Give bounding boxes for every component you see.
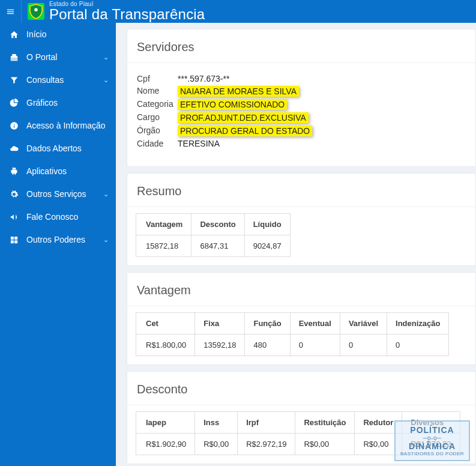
table-row: 15872,186847,319024,87 [136,235,291,257]
detail-label: Cargo [137,112,178,123]
table-cell: R$1.800,00 [136,334,195,356]
hamburger-icon [6,7,15,16]
detail-row-cargo: CargoPROF.ADJUNT.DED.EXCLUSIVA [137,111,466,124]
brand-title: Portal da Transparência [49,7,205,22]
detail-label: Categoria [137,99,178,110]
sidebar-item-label: Acesso à Informação [26,121,106,130]
sidebar-item-aplicativos[interactable]: Aplicativos [0,160,116,183]
column-header: Cet [136,313,195,334]
detail-row-nome: NomeNAIARA DE MORAES E SILVA [137,85,466,98]
detail-label: Cpf [137,74,178,83]
detail-row-categoria: CategoriaEFETIVO COMISSIONADO [137,98,466,111]
table-cell: 15872,18 [136,235,191,257]
table-vantagem: CetFixaFunçãoEventualVariávelIndenização… [136,312,449,356]
sidebar-item-label: O Portal [26,52,57,62]
panel-resumo: Resumo VantagemDescontoLíquido15872,1868… [127,173,476,266]
column-header: Variável [340,313,387,334]
panel-servidores: Servidores Cpf***.597.673-**NomeNAIARA D… [127,29,476,167]
column-header: Líquido [244,214,290,235]
table-cell: 0 [290,334,340,356]
column-header: Vantagem [136,214,191,235]
table-cell: R$2.972,19 [238,434,295,455]
sidebar-item-label: Outros Serviços [26,189,86,199]
sidebar-item-gr-ficos[interactable]: Gráficos [0,91,116,114]
sidebar-item-outros-servi-os[interactable]: Outros Serviços⌄ [0,183,116,205]
chevron-down-icon: ⌄ [103,236,109,244]
sidebar-item-o-portal[interactable]: O Portal⌄ [0,46,116,68]
chart-icon [8,98,19,107]
column-header: Irpf [238,412,295,434]
sidebar-item-fale-conosco[interactable]: Fale Conosco [0,205,116,228]
sidebar-item-label: Outros Poderes [26,235,85,244]
panel-title-vantagem: Vantagem [127,273,475,306]
building-icon [8,53,19,62]
detail-value: TERESINA [178,139,220,148]
grid-icon [8,235,19,244]
sidebar-item-label: Gráficos [26,98,58,107]
sidebar-item-label: Dados Abertos [26,144,82,153]
sidebar-item-in-cio[interactable]: Início [0,23,116,46]
chevron-down-icon: ⌄ [103,76,109,84]
column-header: Iapep [136,412,195,434]
column-header: Função [245,313,290,334]
column-header: Fixa [195,313,245,334]
table-cell: 6847,31 [191,235,244,257]
table-cell: 0 [340,334,387,356]
detail-value: PROCURAD GERAL DO ESTADO [178,126,312,136]
detail-value: EFETIVO COMISSIONADO [178,99,287,110]
sidebar-item-label: Aplicativos [26,166,67,176]
home-icon [8,30,19,39]
table-cell: 9024,87 [244,235,290,257]
android-icon [8,167,19,176]
watermark-foot: BASTIDORES DO PODER [400,451,464,456]
table-row: R$1.800,0013592,18480000 [136,334,449,356]
detail-value: NAIARA DE MORAES E SILVA [178,86,299,97]
sidebar-item-outros-poderes[interactable]: Outros Poderes⌄ [0,228,116,251]
watermark-line2: DINÂMICA [400,441,464,451]
table-cell: R$1.902,90 [136,434,195,455]
table-cell: R$0,00 [195,434,238,455]
detail-label: Nome [137,86,178,97]
brand[interactable]: Estado do Piauí Portal da Transparência [22,1,211,22]
sidebar-item-label: Consultas [26,75,64,85]
panel-title-resumo: Resumo [127,174,475,207]
detail-value: PROF.ADJUNT.DED.EXCLUSIVA [178,112,309,123]
table-cell: R$0,00 [295,434,355,455]
table-cell: 13592,18 [195,334,245,356]
panel-title-servidores: Servidores [127,29,475,63]
info-icon [8,121,19,130]
bullhorn-icon [8,213,19,222]
svg-point-0 [34,8,38,12]
cloud-icon [8,144,19,153]
menu-toggle[interactable] [0,0,22,23]
sidebar-item-acesso-informa-o[interactable]: Acesso à Informação [0,114,116,137]
detail-row-cidade: CidadeTERESINA [137,138,466,150]
watermark-sep: ─o-o─ [400,435,464,441]
state-crest-icon [28,3,44,20]
column-header: Desconto [191,214,244,235]
column-header: Eventual [290,313,340,334]
sidebar-item-label: Início [26,29,46,39]
table-cell: 480 [245,334,290,356]
gear-icon [8,190,19,199]
detail-row-cpf: Cpf***.597.673-** [137,73,466,85]
column-header: Inss [195,412,238,434]
filter-icon [8,76,19,85]
detail-value: ***.597.673-** [178,74,229,83]
table-resumo: VantagemDescontoLíquido15872,186847,3190… [136,213,291,257]
sidebar-item-consultas[interactable]: Consultas⌄ [0,68,116,91]
detail-label: Órgão [137,126,178,136]
watermark-line1: POLÍTICA [400,425,464,435]
sidebar-item-label: Fale Conosco [26,212,78,222]
column-header: Indenização [387,313,449,334]
detail-label: Cidade [137,139,178,148]
chevron-down-icon: ⌄ [103,53,109,61]
detail-row-orgao: ÓrgãoPROCURAD GERAL DO ESTADO [137,124,466,138]
panel-vantagem: Vantagem CetFixaFunçãoEventualVariávelIn… [127,272,476,365]
table-cell: 0 [387,334,449,356]
column-header: Restituição [295,412,355,434]
brand-subtitle: Estado do Piauí [49,1,205,7]
watermark: POLÍTICA ─o-o─ DINÂMICA BASTIDORES DO PO… [394,420,470,461]
panel-title-desconto: Desconto [127,372,475,405]
sidebar-item-dados-abertos[interactable]: Dados Abertos [0,137,116,160]
